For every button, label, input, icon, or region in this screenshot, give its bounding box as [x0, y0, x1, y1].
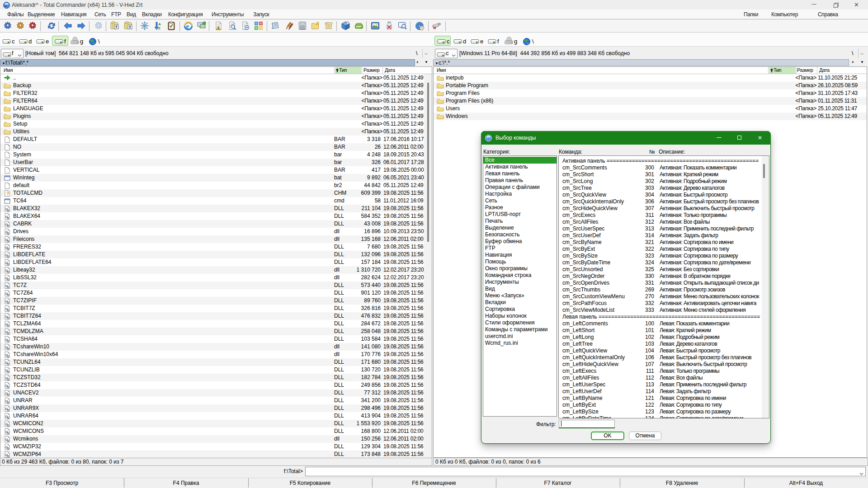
svg-text:?: ? — [6, 191, 9, 196]
svg-text:e: e — [186, 23, 189, 30]
svg-text:Z: Z — [158, 26, 160, 30]
svg-text:c: c — [5, 4, 7, 8]
svg-text:A: A — [158, 22, 161, 26]
